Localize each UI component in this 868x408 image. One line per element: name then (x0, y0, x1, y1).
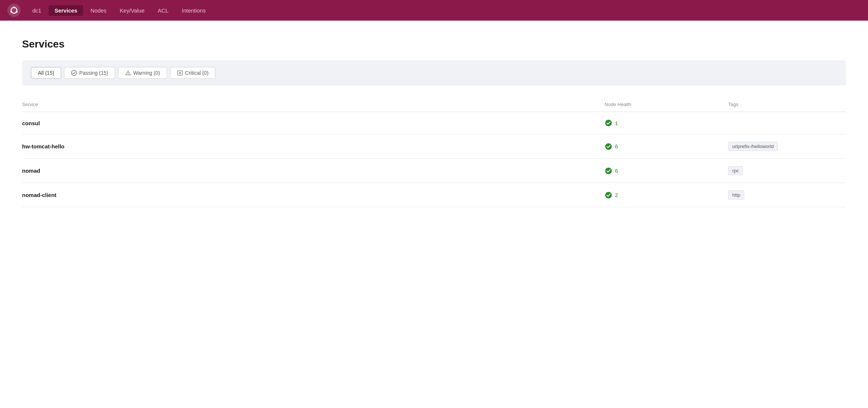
main-content: Services All (15) Passing (15) (0, 21, 868, 229)
svg-point-13 (605, 168, 612, 174)
table-row[interactable]: nomad 6rpc (22, 159, 846, 183)
svg-point-11 (605, 120, 612, 126)
filter-all[interactable]: All (15) (31, 67, 61, 79)
service-tags: rpc (722, 159, 846, 183)
service-name: hw-tomcat-hello (22, 134, 599, 159)
health-passing-icon (605, 167, 612, 175)
tag-badge: http (728, 190, 744, 200)
nav-item-keyvalue[interactable]: Key/Value (114, 5, 150, 16)
page-title: Services (22, 38, 846, 50)
passing-check-icon (71, 70, 77, 76)
svg-point-2 (13, 7, 15, 8)
health-passing-icon (605, 143, 612, 150)
svg-point-12 (605, 143, 612, 150)
table-row[interactable]: hw-tomcat-hello 6urlprefix-/helloworld (22, 134, 846, 159)
svg-point-14 (605, 192, 612, 198)
filter-warning-label: Warning (0) (133, 70, 160, 76)
nav-dc[interactable]: dc1 (27, 5, 47, 16)
health-count: 6 (615, 143, 618, 150)
critical-icon (177, 70, 183, 76)
health-count: 2 (615, 192, 618, 198)
service-tags (722, 112, 846, 134)
service-health: 1 (599, 112, 723, 134)
filter-critical[interactable]: Critical (0) (170, 67, 216, 79)
health-passing-icon (605, 191, 612, 199)
health-count: 6 (615, 168, 618, 174)
col-header-tags: Tags (722, 99, 846, 112)
consul-logo (7, 4, 21, 17)
svg-point-3 (16, 11, 18, 13)
filter-all-label: All (15) (38, 70, 54, 76)
svg-point-4 (10, 11, 12, 13)
table-header-row: Service Node Health Tags (22, 99, 846, 112)
top-nav: dc1 Services Nodes Key/Value ACL Intenti… (0, 0, 868, 21)
svg-point-5 (71, 70, 77, 75)
service-name: nomad (22, 159, 599, 183)
svg-point-0 (7, 4, 21, 17)
nav-item-acl[interactable]: ACL (152, 5, 174, 16)
table-row[interactable]: consul 1 (22, 112, 846, 134)
service-health: 6 (599, 159, 723, 183)
table-row[interactable]: nomad-client 2http (22, 183, 846, 207)
nav-item-intentions[interactable]: Intentions (176, 5, 212, 16)
services-table: Service Node Health Tags consul 1hw-tomc… (22, 99, 846, 207)
tag-badge: urlprefix-/helloworld (728, 142, 778, 151)
filter-bar: All (15) Passing (15) Warning (0) (22, 60, 846, 85)
service-name: nomad-client (22, 183, 599, 207)
service-name: consul (22, 112, 599, 134)
filter-critical-label: Critical (0) (185, 70, 209, 76)
service-tags: urlprefix-/helloworld (722, 134, 846, 159)
filter-passing[interactable]: Passing (15) (64, 67, 115, 79)
health-passing-icon (605, 119, 612, 127)
tag-badge: rpc (728, 166, 743, 175)
col-header-service: Service (22, 99, 599, 112)
nav-item-services[interactable]: Services (49, 5, 83, 16)
svg-point-7 (128, 74, 128, 75)
warning-icon (125, 70, 131, 76)
service-health: 6 (599, 134, 723, 159)
health-count: 1 (615, 120, 618, 126)
filter-warning[interactable]: Warning (0) (118, 67, 167, 79)
nav-item-nodes[interactable]: Nodes (85, 5, 112, 16)
service-tags: http (722, 183, 846, 207)
filter-passing-label: Passing (15) (79, 70, 108, 76)
col-header-health: Node Health (599, 99, 723, 112)
service-health: 2 (599, 183, 723, 207)
